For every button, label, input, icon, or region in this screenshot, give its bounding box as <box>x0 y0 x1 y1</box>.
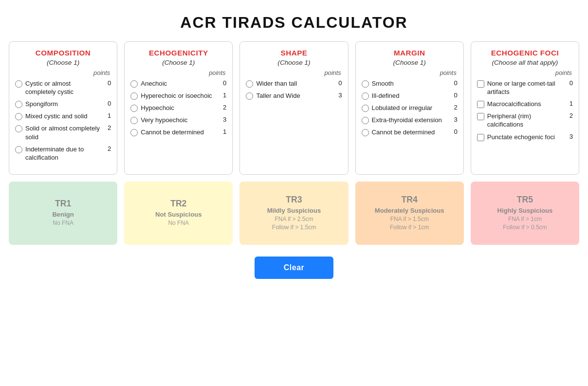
tr2-name: Not Suspicious <box>155 211 202 218</box>
tr1-label: TR1 <box>55 199 71 209</box>
echogenicity-points-2: 2 <box>220 104 226 111</box>
margin-radio-2[interactable] <box>362 105 369 112</box>
result-tr3: TR3 Mildly Suspicious FNA if > 2.5cm Fol… <box>239 182 348 245</box>
echogenicity-option-1: Hyperechoic or isoechoic 1 <box>130 92 226 100</box>
composition-radio-4[interactable] <box>15 146 22 153</box>
echogenicity-subtitle: (Choose 1) <box>130 59 226 66</box>
echogenicity-card: ECHOGENICITY (Choose 1) points Anechoic … <box>124 41 233 175</box>
shape-points-header: points <box>246 69 342 76</box>
tr4-name: Moderately Suspicious <box>375 207 444 214</box>
echogenic-foci-points-2: 2 <box>566 112 573 119</box>
echogenicity-radio-1[interactable] <box>130 92 138 100</box>
page-title: ACR TIRADS CALCULATOR <box>0 0 588 41</box>
result-tr1: TR1 Benign No FNA <box>9 182 117 245</box>
echogenic-foci-checkbox-1[interactable] <box>477 101 484 108</box>
categories-grid: COMPOSITION (Choose 1) points Cystic or … <box>0 41 588 175</box>
composition-radio-3[interactable] <box>15 125 22 132</box>
echogenicity-option-0: Anechoic 0 <box>130 79 226 88</box>
tr3-detail: FNA if > 2.5cm Follow if > 1.5cm <box>272 215 316 232</box>
results-grid: TR1 Benign No FNA TR2 Not Suspicious No … <box>0 175 588 250</box>
echogenicity-radio-2[interactable] <box>130 105 138 112</box>
echogenicity-label-3: Very hypoechoic <box>141 116 217 124</box>
margin-points-0: 0 <box>451 79 458 87</box>
margin-label-3: Extra-thyroidal extension <box>372 116 448 124</box>
composition-label-4: Indeterminate due to calcification <box>25 145 101 162</box>
margin-points-2: 2 <box>451 104 458 111</box>
result-tr5: TR5 Highly Suspicious FNA if > 1cm Follo… <box>471 182 579 245</box>
shape-points-1: 3 <box>335 92 342 99</box>
echogenic-foci-option-1: Macrocalcifications 1 <box>477 100 573 108</box>
result-tr2: TR2 Not Suspicious No FNA <box>124 182 233 245</box>
result-tr4: TR4 Moderately Suspicious FNA if > 1.5cm… <box>355 182 464 245</box>
echogenicity-title: ECHOGENICITY <box>130 49 226 57</box>
tr4-label: TR4 <box>402 195 418 205</box>
composition-subtitle: (Choose 1) <box>15 59 111 66</box>
margin-label-0: Smooth <box>372 79 448 88</box>
echogenic-foci-points-1: 1 <box>566 100 573 107</box>
shape-subtitle: (Choose 1) <box>246 59 342 66</box>
composition-label-0: Cystic or almost completely cystic <box>25 79 101 96</box>
tr5-name: Highly Suspicious <box>497 207 553 214</box>
margin-radio-0[interactable] <box>362 80 369 88</box>
margin-label-2: Lobulated or irregular <box>372 104 448 112</box>
echogenicity-radio-3[interactable] <box>130 117 138 124</box>
shape-option-1: Taller and Wide 3 <box>246 92 342 100</box>
echogenic-foci-checkbox-0[interactable] <box>477 80 484 88</box>
margin-points-3: 3 <box>451 116 458 123</box>
composition-radio-0[interactable] <box>15 80 22 88</box>
composition-option-3: Solid or almost completely solid 2 <box>15 124 111 141</box>
composition-label-1: Spongiform <box>25 100 101 108</box>
shape-points-0: 0 <box>335 79 342 87</box>
margin-radio-4[interactable] <box>362 129 369 136</box>
echogenicity-radio-0[interactable] <box>130 80 138 88</box>
echogenicity-option-2: Hypoechoic 2 <box>130 104 226 112</box>
echogenic-foci-option-3: Punctate echogenic foci 3 <box>477 133 573 141</box>
margin-radio-3[interactable] <box>362 117 369 124</box>
echogenic-foci-checkbox-3[interactable] <box>477 134 484 141</box>
echogenicity-option-3: Very hypoechoic 3 <box>130 116 226 124</box>
shape-title: SHAPE <box>246 49 342 57</box>
echogenic-foci-points-header: points <box>477 69 573 76</box>
composition-label-3: Solid or almost completely solid <box>25 124 101 141</box>
composition-option-2: Mixed cystic and solid 1 <box>15 112 111 120</box>
composition-label-2: Mixed cystic and solid <box>25 112 101 120</box>
echogenicity-radio-4[interactable] <box>130 129 138 136</box>
tr1-detail: No FNA <box>53 219 74 227</box>
shape-label-1: Taller and Wide <box>256 92 332 100</box>
tr2-label: TR2 <box>170 199 186 209</box>
margin-radio-1[interactable] <box>362 92 369 100</box>
tr5-detail: FNA if > 1cm Follow if > 0.5cm <box>503 215 547 232</box>
composition-option-0: Cystic or almost completely cystic 0 <box>15 79 111 96</box>
echogenic-foci-label-0: None or large comet-tail artifacts <box>487 79 563 96</box>
clear-button[interactable]: Clear <box>255 257 334 279</box>
echogenicity-label-4: Cannot be determined <box>141 128 217 136</box>
composition-title: COMPOSITION <box>15 49 111 57</box>
shape-radio-1[interactable] <box>246 92 253 100</box>
clear-section: Clear <box>0 250 588 289</box>
margin-option-2: Lobulated or irregular 2 <box>362 104 458 112</box>
echogenicity-label-2: Hypoechoic <box>141 104 217 112</box>
shape-radio-0[interactable] <box>246 80 253 88</box>
echogenic-foci-option-0: None or large comet-tail artifacts 0 <box>477 79 573 96</box>
margin-title: MARGIN <box>362 49 458 57</box>
tr1-name: Benign <box>52 211 74 218</box>
echogenicity-label-0: Anechoic <box>141 79 217 88</box>
shape-label-0: Wider than tall <box>256 79 332 88</box>
margin-subtitle: (Choose 1) <box>362 59 458 66</box>
echogenic-foci-checkbox-2[interactable] <box>477 113 484 120</box>
composition-radio-1[interactable] <box>15 101 22 108</box>
echogenicity-points-4: 1 <box>220 128 226 135</box>
composition-radio-2[interactable] <box>15 113 22 120</box>
tr3-name: Mildly Suspicious <box>267 207 321 214</box>
echogenic-foci-card: ECHOGENIC FOCI (Choose all that apply) p… <box>471 41 579 175</box>
margin-points-header: points <box>362 69 458 76</box>
echogenic-foci-points-3: 3 <box>566 133 573 140</box>
shape-option-0: Wider than tall 0 <box>246 79 342 88</box>
margin-label-1: Ill-defined <box>372 92 448 100</box>
margin-option-4: Cannot be determined 0 <box>362 128 458 136</box>
tr2-detail: No FNA <box>168 219 189 227</box>
composition-points-4: 2 <box>104 145 111 152</box>
margin-card: MARGIN (Choose 1) points Smooth 0 Ill-de… <box>355 41 464 175</box>
margin-label-4: Cannot be determined <box>372 128 448 136</box>
composition-points-3: 2 <box>104 124 111 131</box>
